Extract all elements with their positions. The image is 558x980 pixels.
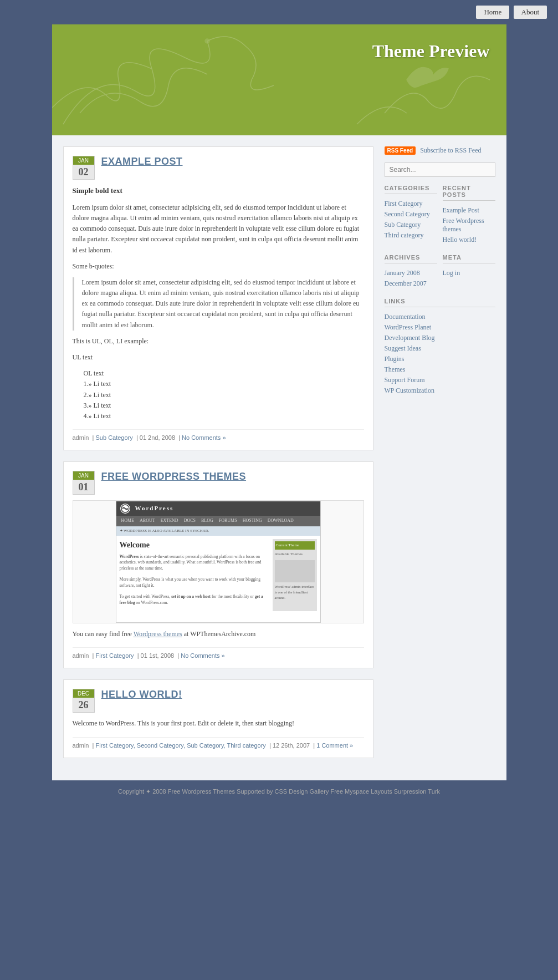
post-day: 02 (78, 167, 90, 177)
recent-post-link-1[interactable]: Free Wordpress themes (443, 216, 495, 235)
bquote-label: Some b-quotes: (73, 261, 364, 272)
post-footer: admin | Sub Category | 01 2nd, 2008 | No… (73, 429, 364, 441)
post-comments-link-3[interactable]: 1 Comment » (316, 742, 353, 749)
post-date-label: 01 2nd, 2008 (140, 434, 175, 441)
post-body-text: You can easy find free Wordpress themes … (73, 629, 364, 639)
post-blockquote: Lorem ipsum dolor sit amet, consectetur … (73, 277, 364, 331)
post-month-2: JAN (73, 471, 94, 480)
body-link[interactable]: Wordpress themes (134, 630, 182, 638)
archive-link-0[interactable]: January 2008 (385, 268, 437, 278)
categories-title: CATEGORIES (385, 185, 437, 194)
list-item: 2.» Li text (84, 390, 364, 400)
search-input[interactable] (385, 163, 495, 177)
category-link-0[interactable]: First Category (385, 199, 437, 209)
rss-bar: RSS Feed Subscribe to RSS Feed (385, 146, 495, 155)
post-free-wp: JAN 01 FREE WORDPRESS THEMES (63, 461, 373, 668)
post-header-2: JAN 01 FREE WORDPRESS THEMES (73, 471, 364, 495)
recent-post-link-2[interactable]: Hello world! (443, 235, 495, 245)
post-header: JAN 02 EXAMPLE POST (73, 156, 364, 180)
nav-about-link[interactable]: About (514, 6, 547, 19)
category-link-1[interactable]: Second Category (385, 209, 437, 220)
post-author-2: admin (73, 652, 89, 659)
post-footer-3: admin | First Category, Second Category,… (73, 737, 364, 749)
post-author-3: admin (73, 742, 89, 749)
archive-link-1[interactable]: December 2007 (385, 278, 437, 289)
post-comments-link-2[interactable]: No Comments » (181, 652, 224, 659)
link-wp-planet[interactable]: WordPress Planet (385, 322, 495, 333)
wp-screenshot: WordPress HOMEABOUTEXTENDDOCSBLOGFORUMSH… (116, 501, 321, 623)
post-categories-link-3[interactable]: First Category, Second Category, Sub Cat… (96, 742, 266, 749)
meta-section: META Log in (443, 254, 495, 289)
rss-subscribe-link[interactable]: Subscribe to RSS Feed (420, 146, 481, 155)
link-support-forum[interactable]: Support Forum (385, 375, 495, 385)
list-intro: This is UL, OL, LI example: (73, 336, 364, 347)
list-item: OL text (84, 368, 364, 379)
link-suggest-ideas[interactable]: Suggest Ideas (385, 343, 495, 354)
list-item: 4.» Li text (84, 411, 364, 422)
wp-main: Welcome WordPress is state-of-the-art se… (120, 539, 268, 611)
post-category-link-2[interactable]: First Category (96, 652, 134, 659)
search-box (385, 163, 495, 177)
list-item: 1.» Li text (84, 379, 364, 389)
meta-login-link[interactable]: Log in (443, 268, 495, 278)
category-link-2[interactable]: Sub Category (385, 220, 437, 230)
site-footer: Copyright ✦ 2008 Free Wordpress Themes S… (52, 780, 506, 803)
ul-label: UL text (73, 352, 364, 363)
post-content-2: WordPress HOMEABOUTEXTENDDOCSBLOGFORUMSH… (73, 500, 364, 639)
site-title: Theme Preview (372, 41, 490, 62)
wp-topbar: WordPress (116, 501, 320, 516)
post-content-3: Welcome to WordPress. This is your first… (73, 718, 364, 729)
footer-text: Copyright ✦ 2008 Free Wordpress Themes S… (118, 788, 440, 795)
post-subtitle: Simple bold text (73, 185, 364, 197)
post-hello-world: DEC 26 HELLO WORLD! Welcome to WordPress… (63, 679, 373, 758)
wp-body: Welcome WordPress is state-of-the-art se… (116, 536, 320, 615)
link-documentation[interactable]: Documentation (385, 312, 495, 322)
archives-meta-section: ARCHIVES January 2008 December 2007 META… (385, 254, 495, 298)
post-header-3: DEC 26 HELLO WORLD! (73, 689, 364, 713)
post-month-3: DEC (73, 689, 94, 698)
page-wrapper: Theme Preview JAN 02 EXAMPLE POST Simple… (52, 24, 506, 803)
post-date: JAN 02 (73, 156, 95, 180)
categories-recent-section: CATEGORIES First Category Second Categor… (385, 185, 495, 254)
post-category-link[interactable]: Sub Category (96, 434, 133, 441)
category-link-3[interactable]: Third category (385, 230, 437, 241)
list-item: 3.» Li text (84, 400, 364, 411)
recent-posts-title: RECENT POSTS (443, 185, 495, 201)
sidebar: RSS Feed Subscribe to RSS Feed CATEGORIE… (385, 146, 495, 769)
post-title-link-3[interactable]: HELLO WORLD! (101, 689, 182, 700)
archives-section: ARCHIVES January 2008 December 2007 (385, 254, 437, 289)
post-title-link-2[interactable]: FREE WORDPRESS THEMES (101, 471, 247, 483)
post-day-3: 26 (78, 700, 90, 710)
wp-sidebar: Current Theme Available Themes WordPress… (273, 539, 317, 611)
nav-home-link[interactable]: Home (476, 6, 509, 19)
archives-title: ARCHIVES (385, 254, 437, 263)
top-navigation: Home About (0, 0, 558, 24)
wp-notice: ✦ WORDPRESS IS ALSO AVAILABLE IN SYSCHAR… (116, 526, 320, 536)
post-date-label-2: 01 1st, 2008 (141, 652, 175, 659)
main-content: JAN 02 EXAMPLE POST Simple bold text Lor… (63, 146, 373, 769)
post-date-2: JAN 01 (73, 471, 95, 495)
rss-badge: RSS Feed (385, 146, 416, 155)
link-plugins[interactable]: Plugins (385, 354, 495, 364)
post-date-3: DEC 26 (73, 689, 95, 713)
wp-nav: HOMEABOUTEXTENDDOCSBLOGFORUMSHOSTINGDOWN… (116, 516, 320, 526)
categories-section: CATEGORIES First Category Second Categor… (385, 185, 437, 245)
meta-title: META (443, 254, 495, 263)
post-footer-2: admin | First Category | 01 1st, 2008 | … (73, 647, 364, 659)
link-dev-blog[interactable]: Development Blog (385, 333, 495, 343)
post-date-label-3: 12 26th, 2007 (273, 742, 310, 749)
recent-post-link-0[interactable]: Example Post (443, 205, 495, 216)
post-content: Simple bold text Lorem ipsum dolor sit a… (73, 185, 364, 422)
body-before: You can easy find free (73, 630, 134, 638)
post-paragraph-1: Lorem ipsum dolor sit amet, consectetur … (73, 202, 364, 256)
post-list: OL text 1.» Li text 2.» Li text 3.» Li t… (84, 368, 364, 422)
body-after: at WPThemesArchive.com (182, 630, 256, 638)
post-author: admin (73, 434, 89, 441)
post-image: WordPress HOMEABOUTEXTENDDOCSBLOGFORUMSH… (73, 500, 364, 623)
link-themes[interactable]: Themes (385, 364, 495, 375)
link-wp-customization[interactable]: WP Customization (385, 385, 495, 396)
post-title-link[interactable]: EXAMPLE POST (101, 156, 183, 167)
content-area: JAN 02 EXAMPLE POST Simple bold text Lor… (52, 135, 506, 780)
post-comments-link[interactable]: No Comments » (182, 434, 226, 441)
post-month: JAN (73, 156, 94, 165)
